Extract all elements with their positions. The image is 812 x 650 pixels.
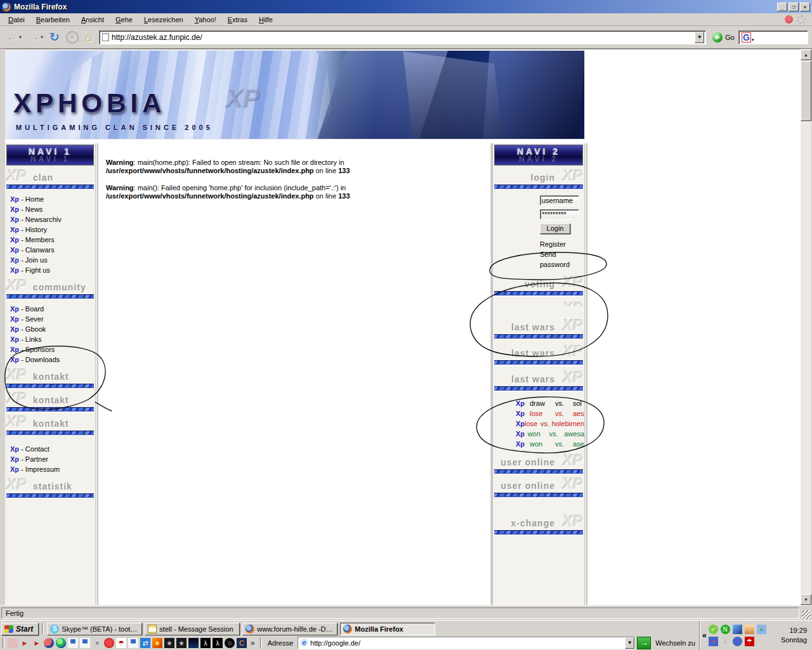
go-button[interactable]: ▶ Go [710,32,737,42]
winamp-flag-icon[interactable]: ► [20,638,30,648]
nav-link[interactable]: Xp - Sponsors [10,344,95,354]
winamp-flag-icon[interactable]: ► [32,638,42,648]
quicklaunch-overflow-icon[interactable]: » [249,639,257,647]
menu-item[interactable]: Hilfe [253,15,278,25]
minimize-button[interactable]: _ [777,3,787,11]
avira-icon[interactable]: ☂ [116,638,126,648]
nav-link[interactable]: Xp - Members [10,235,95,245]
switch-to-button[interactable]: → [637,637,651,649]
war-result-row[interactable]: Xp won vs. awesa [516,429,584,439]
send-password-link[interactable]: Send password [540,249,584,270]
nav-link[interactable]: Xp - News [10,204,95,214]
restore-button[interactable]: ❐ [789,3,799,11]
login-button[interactable]: Login [540,223,570,234]
nav-link[interactable]: Xp - Board [10,304,95,314]
nav-link[interactable]: Xp - Newsarchiv [10,214,95,224]
nav-link[interactable]: Xp - Impressum [10,464,95,474]
nav-link[interactable]: Xp - Join us [10,255,95,265]
counterstrike-icon[interactable]: λ [213,638,223,648]
window-icon[interactable]: ▀ [128,638,138,648]
nav-link[interactable]: Xp - History [10,224,95,235]
dots-icon[interactable]: ∴ [721,637,730,646]
messenger-icon[interactable] [733,625,742,634]
window-icon[interactable]: ▀ [80,638,90,648]
address-bar[interactable]: http://azustek.az.funpic.de/ ▼ [99,30,706,44]
steam-icon[interactable]: ○ [225,638,235,648]
taskbar-address-dropdown-icon[interactable]: ▼ [625,637,634,649]
game-icon[interactable]: ★ [152,638,162,648]
nav-link[interactable]: Xp - Home [10,194,95,204]
nav-link[interactable]: Xp - Links [10,334,95,344]
reload-button[interactable]: ↻ [47,29,62,46]
nav-link[interactable]: Xp - Fight us [10,265,95,275]
password-input[interactable]: ********* [540,209,579,219]
menu-item[interactable]: Ansicht [75,15,110,25]
stop-button[interactable]: × [63,29,81,46]
avira-tray-icon[interactable]: ☂ [745,637,754,646]
update-alert-icon[interactable] [785,15,793,23]
register-link[interactable]: Register [540,239,584,249]
star-icon[interactable]: ★ [176,638,187,648]
na-icon[interactable]: N [721,625,730,634]
vertical-scrollbar[interactable]: ▲ ▼ [801,49,811,605]
window-icon[interactable]: ▀ [68,638,78,648]
forward-button[interactable]: → ▾ [25,29,46,46]
media-ball-icon[interactable] [44,638,54,648]
globe-icon[interactable] [56,638,66,648]
tray-clock[interactable]: 19:29 Sonntag [781,626,812,645]
close-button[interactable]: × [800,3,810,11]
scrollbar-thumb[interactable] [801,61,811,121]
mail-icon[interactable] [8,638,18,648]
war-result-row[interactable]: Xp draw vs. sol [516,398,584,408]
css-icon[interactable]: C [237,638,247,648]
skype-status-icon[interactable]: ✓ [709,625,718,634]
network-icon[interactable]: » [757,625,766,634]
taskbar-address-input[interactable]: http://google.de/ [310,639,625,647]
menu-item[interactable]: Gehe [110,15,138,25]
taskbar-address-bar[interactable]: http://google.de/ ▼ [298,637,635,649]
night-icon[interactable] [188,638,199,648]
tray-collapse-icon[interactable]: « [702,631,707,640]
taskbar-window-button[interactable]: stell - Message Session [145,623,240,635]
war-result-row[interactable]: Xp lose vs. aes [516,408,584,419]
globe2-icon[interactable] [733,637,742,646]
war-result-row[interactable]: Xp won vs. ase [516,439,584,449]
xp-watermark: XP [6,413,27,431]
resize-grip[interactable] [802,610,811,619]
username-input[interactable]: username [540,195,579,205]
nav-link[interactable]: Xp - Partner [10,454,95,464]
menu-item[interactable]: Extras [222,15,253,25]
scroll-up-icon[interactable]: ▲ [801,49,811,60]
search-dropdown-icon[interactable]: ▾ [752,37,754,42]
star-icon[interactable]: ★ [164,638,174,648]
taskbar-window-button[interactable]: Mozilla Firefox [340,623,435,635]
arrows-icon[interactable]: ⇄ [140,638,150,648]
nav-link[interactable]: Xp - Gbook [10,324,95,334]
taskbar-separator [260,637,262,649]
menu-item[interactable]: Yahoo! [189,15,222,25]
nav-link[interactable]: Xp - Sever [10,314,95,324]
address-dropdown-icon[interactable]: ▼ [695,32,704,43]
taskbar-window-button[interactable]: Skype™ (BETA) - toothug [47,623,142,635]
back-button[interactable]: ← ▾ [4,29,24,46]
counterstrike-icon[interactable]: λ [200,638,211,648]
address-input[interactable]: http://azustek.az.funpic.de/ [112,33,695,42]
home-button[interactable]: ⌂ [82,29,95,46]
nav-link[interactable]: Xp - Downloads [10,354,95,365]
offline-icon[interactable]: × [709,637,718,646]
menu-item[interactable]: Datei [3,15,30,25]
nav-link[interactable]: Xp - Contact [10,444,95,454]
plane-icon[interactable]: × [92,638,102,648]
back-dropdown-icon[interactable]: ▾ [19,34,22,40]
nav-link[interactable]: Xp - Clanwars [10,245,95,255]
war-result-row[interactable]: Xp lose vs. holebirnen [516,419,584,429]
red-ball-icon[interactable] [104,638,114,648]
menu-item[interactable]: Lesezeichen [138,15,189,25]
forward-dropdown-icon[interactable]: ▾ [41,34,43,40]
menu-item[interactable]: Bearbeiten [30,15,75,25]
scroll-down-icon[interactable]: ▼ [801,594,811,605]
book-icon[interactable] [745,625,754,634]
search-box[interactable]: G ▾ [738,30,808,44]
taskbar-window-button[interactable]: www.forum-hilfe.de -Da... [242,623,337,635]
start-button[interactable]: Start [1,623,39,635]
